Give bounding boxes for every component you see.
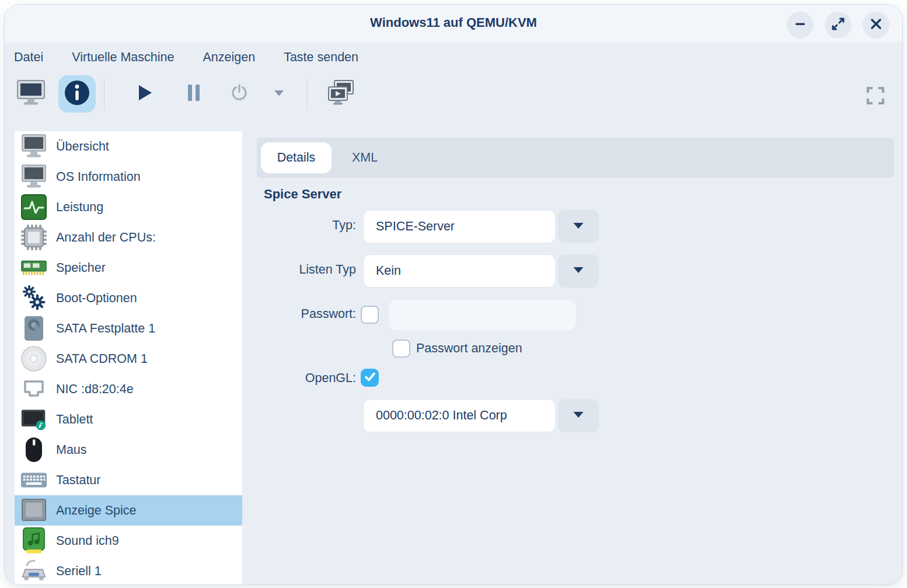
- tab-details[interactable]: Details: [261, 142, 332, 173]
- listen-dropdown-button[interactable]: [558, 254, 599, 288]
- sidebar-item-speicher[interactable]: Speicher: [15, 253, 242, 283]
- mouse-icon: [20, 436, 47, 463]
- close-button[interactable]: [863, 12, 889, 38]
- password-label: Passwort:: [257, 307, 356, 321]
- sidebar-item-sata-cdrom-1[interactable]: SATA CDROM 1: [15, 344, 242, 374]
- chevron-down-icon: [572, 411, 585, 421]
- shutdown-button[interactable]: [222, 74, 257, 114]
- sidebar-item-label: Anzahl der CPUs:: [56, 230, 156, 245]
- os-monitor-icon: [20, 163, 47, 190]
- gpu-dropdown-button[interactable]: [558, 399, 599, 432]
- opengl-checkbox[interactable]: [361, 369, 379, 387]
- minimize-icon: [793, 17, 807, 33]
- maximize-button[interactable]: [825, 12, 852, 38]
- nic-icon: [20, 376, 47, 402]
- cdrom-icon: [20, 345, 47, 372]
- show-password-label: Passwort anzeigen: [416, 341, 522, 356]
- sidebar-item-cpus[interactable]: Anzahl der CPUs:: [15, 222, 242, 253]
- sound-icon: [20, 527, 47, 554]
- details-button[interactable]: [58, 75, 96, 113]
- password-input[interactable]: [388, 299, 577, 331]
- virtual-displays-icon: [327, 79, 357, 108]
- cpu-icon: [20, 224, 47, 251]
- window-controls: [787, 12, 889, 38]
- sidebar-item-leistung[interactable]: Leistung: [15, 192, 242, 222]
- tab-xml[interactable]: XML: [339, 142, 391, 173]
- memory-icon: [20, 254, 47, 281]
- toolbar-separator: [104, 78, 104, 110]
- menu-datei[interactable]: Datei: [9, 48, 48, 67]
- chevron-down-icon: [572, 222, 585, 232]
- sidebar-item-anzeige-spice[interactable]: Anzeige Spice: [15, 495, 242, 526]
- vm-details-window: Windows11 auf QEMU/KVM Datei Virtuelle M…: [5, 5, 902, 584]
- play-icon: [136, 83, 154, 104]
- shutdown-menu-button[interactable]: [268, 74, 289, 114]
- tabstrip: Details XML: [257, 138, 894, 178]
- listen-label: Listen Typ: [257, 262, 356, 277]
- listen-row: Listen Typ Kein: [257, 254, 894, 288]
- pause-icon: [186, 83, 201, 104]
- gpu-combo[interactable]: 0000:00:02:0 Intel Corp: [363, 399, 599, 432]
- display-icon: [20, 497, 47, 524]
- titlebar[interactable]: Windows11 auf QEMU/KVM: [5, 5, 902, 42]
- sidebar-item-label: Tablett: [56, 412, 93, 427]
- sidebar-item-sound-ich9[interactable]: Sound ich9: [15, 526, 242, 556]
- sidebar-item-label: Boot-Optionen: [56, 291, 137, 306]
- console-button[interactable]: [13, 74, 49, 114]
- close-icon: [870, 18, 882, 33]
- sidebar-item-label: Sound ich9: [56, 534, 119, 548]
- type-combo[interactable]: SPICE-Server: [363, 210, 599, 243]
- opengl-row: OpenGL:: [257, 369, 894, 388]
- show-password-row: Passwort anzeigen: [257, 340, 894, 359]
- sidebar-item-os-information[interactable]: OS Information: [15, 162, 242, 192]
- listen-value[interactable]: Kein: [363, 254, 556, 288]
- listen-combo[interactable]: Kein: [363, 254, 599, 288]
- opengl-label: OpenGL:: [257, 371, 356, 386]
- sidebar-item-label: Speicher: [56, 261, 106, 275]
- gpu-value[interactable]: 0000:00:02:0 Intel Corp: [363, 399, 556, 432]
- sidebar-item-label: SATA Festplatte 1: [56, 321, 155, 336]
- menu-taste-senden[interactable]: Taste senden: [279, 48, 363, 67]
- sidebar-item-nic[interactable]: NIC :d8:20:4e: [15, 374, 242, 404]
- toolbar-separator: [307, 78, 308, 110]
- maximize-icon: [831, 17, 845, 33]
- chevron-down-icon: [572, 266, 585, 276]
- sidebar-item-uebersicht[interactable]: Übersicht: [15, 131, 242, 162]
- section-title: Spice Server: [264, 187, 341, 202]
- run-button[interactable]: [126, 74, 163, 114]
- menubar: Datei Virtuelle Maschine Anzeigen Taste …: [9, 48, 363, 67]
- sidebar-item-boot-optionen[interactable]: Boot-Optionen: [15, 283, 242, 313]
- type-label: Typ:: [257, 218, 356, 233]
- sidebar-item-seriell-1[interactable]: Seriell 1: [15, 556, 242, 584]
- keyboard-icon: [20, 467, 47, 494]
- sidebar-item-maus[interactable]: Maus: [15, 435, 242, 465]
- overview-monitor-icon: [20, 133, 47, 160]
- sidebar-item-label: Tastatur: [56, 473, 100, 488]
- window-title: Windows11 auf QEMU/KVM: [5, 15, 902, 30]
- type-dropdown-button[interactable]: [558, 210, 599, 243]
- hardware-sidebar: Übersicht OS Information Leistung Anzahl…: [15, 131, 242, 584]
- info-icon: [64, 79, 90, 108]
- console-monitor-icon: [16, 79, 46, 108]
- sidebar-item-sata-festplatte-1[interactable]: SATA Festplatte 1: [15, 313, 242, 344]
- details-panel: Details XML Spice Server Typ: SPICE-Serv…: [257, 136, 894, 584]
- password-checkbox[interactable]: [361, 306, 379, 324]
- menu-anzeigen[interactable]: Anzeigen: [198, 48, 260, 67]
- sidebar-item-label: OS Information: [56, 170, 141, 184]
- toolbar: [5, 74, 902, 117]
- menu-virtuelle-maschine[interactable]: Virtuelle Maschine: [67, 48, 179, 67]
- power-menu-caret-icon: [273, 89, 285, 99]
- pause-button[interactable]: [175, 74, 212, 114]
- sidebar-item-label: Leistung: [56, 200, 103, 215]
- sidebar-item-tastatur[interactable]: Tastatur: [15, 465, 242, 495]
- sidebar-item-tablett[interactable]: Tablett: [15, 404, 242, 435]
- type-value[interactable]: SPICE-Server: [363, 210, 556, 243]
- fullscreen-icon: [867, 87, 884, 107]
- minimize-button[interactable]: [787, 12, 814, 38]
- fullscreen-button[interactable]: [864, 85, 887, 108]
- password-row: Passwort:: [257, 299, 894, 331]
- show-password-checkbox[interactable]: [392, 340, 410, 358]
- serial-icon: [20, 558, 47, 584]
- disk-icon: [20, 315, 47, 342]
- virtual-displays-button[interactable]: [323, 74, 361, 114]
